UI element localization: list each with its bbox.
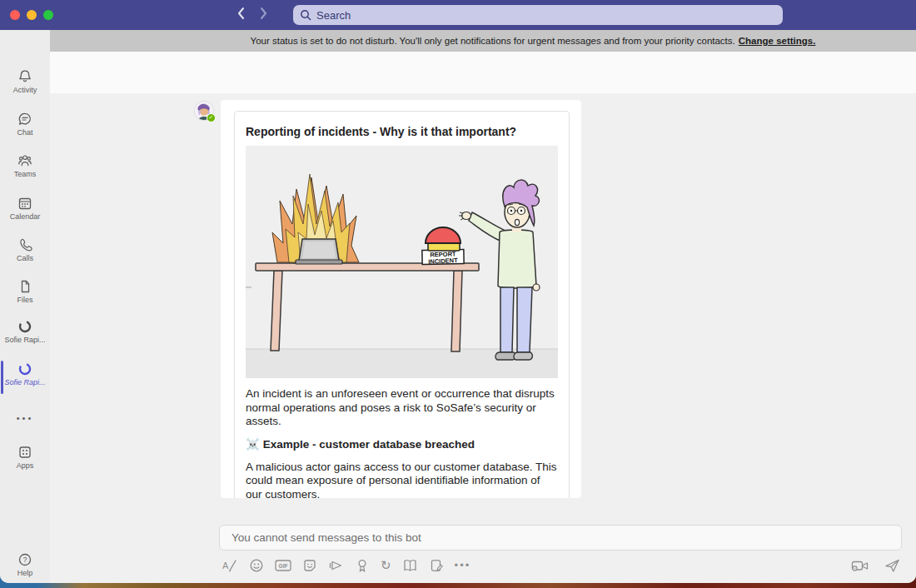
card-title: Reporting of incidents - Why is it that … (246, 125, 558, 138)
back-chevron-icon (236, 7, 245, 20)
approvals-button[interactable] (428, 557, 445, 574)
search-placeholder: Search (316, 9, 351, 22)
sidebar-item-more[interactable]: ••• (0, 411, 50, 424)
sidebar-item-label: Apps (0, 461, 50, 470)
more-options-button[interactable]: ••• (454, 557, 472, 574)
sidebar-item-sofie-2-active[interactable]: Sofie Rapi... (0, 361, 50, 386)
chat-bubble-icon (17, 111, 33, 127)
apps-grid-icon (17, 444, 33, 461)
bot-message-bubble: Reporting of incidents - Why is it that … (221, 100, 581, 498)
back-button[interactable] (235, 5, 246, 24)
skull-emoji: ☠️ (246, 438, 260, 451)
sidebar-item-teams[interactable]: Teams (0, 152, 50, 178)
sticker-button[interactable] (301, 557, 318, 574)
refresh-button[interactable]: ↻ (380, 557, 392, 574)
approvals-icon (429, 558, 444, 573)
sidebar-item-activity[interactable]: Activity (0, 68, 50, 94)
book-button[interactable] (401, 557, 419, 574)
incident-illustration: REPORT INCIDENT (246, 146, 558, 378)
card-body-1: An incident is an unforeseen event or oc… (246, 387, 558, 429)
sofie-ring-icon (17, 318, 33, 335)
traffic-lights (10, 10, 53, 20)
sidebar-item-label: Files (0, 296, 50, 304)
stream-arrow-icon (328, 558, 344, 573)
screen: Search Your status is set to do not dist… (0, 0, 916, 588)
forward-button[interactable] (258, 5, 270, 24)
format-button[interactable]: A (222, 557, 239, 574)
more-options-icon: ••• (455, 558, 471, 573)
zoom-button[interactable] (43, 10, 53, 20)
dnd-banner-text: Your status is set to do not disturb. Yo… (251, 36, 735, 46)
calendar-icon (17, 195, 33, 212)
app-sidebar: Activity Chat Teams Calendar Calls Files (0, 30, 50, 583)
message-avatar: ✓ (195, 102, 213, 120)
minimize-button[interactable] (27, 10, 37, 20)
message-input-placeholder: You cannot send messages to this bot (231, 531, 421, 544)
svg-text:INCIDENT: INCIDENT (428, 257, 458, 266)
dnd-banner: Your status is set to do not disturb. Yo… (50, 30, 916, 52)
sidebar-item-apps[interactable]: Apps (0, 444, 50, 470)
sidebar-item-label: Activity (0, 86, 50, 94)
sidebar-item-calendar[interactable]: Calendar (0, 195, 50, 221)
sidebar-item-sofie-1[interactable]: Sofie Rapi... (0, 318, 50, 344)
sidebar-item-label: Help (0, 569, 50, 577)
praise-ribbon-icon (355, 558, 370, 573)
video-clip-icon (851, 558, 869, 573)
sidebar-item-label: Teams (0, 170, 50, 178)
svg-text:?: ? (22, 556, 27, 564)
change-settings-link[interactable]: Change settings. (739, 36, 816, 46)
video-clip-button[interactable] (850, 557, 870, 574)
sidebar-item-calls[interactable]: Calls (0, 237, 50, 262)
sticker-icon (302, 558, 317, 573)
format-icon: A (222, 558, 238, 573)
close-button[interactable] (10, 10, 20, 20)
phone-icon (17, 237, 33, 253)
sofie-ring-icon (17, 361, 33, 377)
card-example-heading: ☠️ Example - customer database breached (246, 438, 558, 451)
gif-button[interactable]: GIF (274, 557, 292, 574)
file-icon (17, 278, 33, 295)
chat-region: ✓ Reporting of incidents - Why is it tha… (50, 93, 916, 583)
search-icon (300, 9, 311, 21)
card-example-heading-text: Example - customer database breached (263, 438, 475, 451)
teams-people-icon (17, 152, 33, 169)
message-input: You cannot send messages to this bot (219, 525, 902, 551)
send-button[interactable] (884, 557, 901, 574)
forward-chevron-icon (260, 7, 268, 20)
bell-icon (17, 68, 33, 85)
gif-icon: GIF (275, 558, 291, 573)
book-icon (402, 558, 418, 573)
sidebar-item-chat[interactable]: Chat (0, 111, 50, 137)
composer-toolbar: A GIF ↻ ••• (222, 557, 471, 574)
sidebar-item-label: Calendar (0, 212, 50, 221)
teams-window: Search Your status is set to do not dist… (0, 0, 916, 583)
search-input[interactable]: Search (293, 5, 783, 25)
composer-send-area (850, 557, 901, 574)
refresh-icon: ↻ (381, 558, 391, 573)
send-icon (884, 558, 900, 573)
sidebar-item-label: Calls (0, 254, 50, 262)
sidebar-item-help[interactable]: ? Help (0, 551, 50, 577)
verified-check-icon: ✓ (207, 113, 216, 122)
emoji-icon (249, 558, 264, 573)
sidebar-item-label: Sofie Rapi... (0, 336, 50, 344)
sidebar-item-files[interactable]: Files (0, 278, 50, 304)
emoji-button[interactable] (248, 557, 265, 574)
titlebar: Search (0, 0, 916, 30)
card-body-2: A malicious actor gains access to our cu… (246, 461, 558, 499)
sidebar-item-label: Chat (0, 128, 50, 137)
more-dots-icon: ••• (17, 413, 34, 423)
conversation-header: Sofie Rapid Awareness - INT Activity Abo… (50, 52, 916, 93)
svg-text:A: A (222, 561, 229, 571)
adaptive-card: Reporting of incidents - Why is it that … (234, 111, 570, 498)
help-question-icon: ? (17, 551, 33, 568)
praise-button[interactable] (354, 557, 371, 574)
sidebar-item-label: Sofie Rapi... (0, 378, 50, 386)
svg-text:GIF: GIF (279, 563, 288, 569)
stream-button[interactable] (327, 557, 345, 574)
